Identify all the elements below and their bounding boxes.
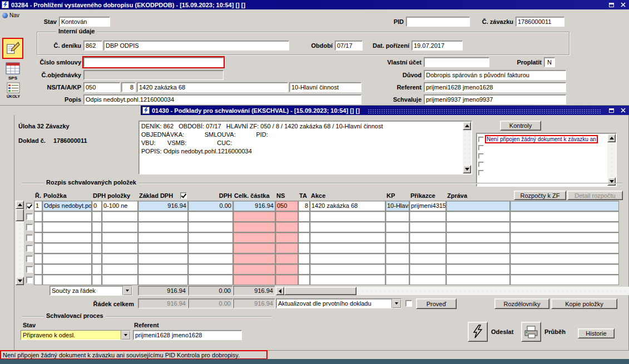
cell-zprava[interactable] [446,201,510,211]
cell-celkem[interactable]: 916.94 [233,201,275,211]
table-cell[interactable] [275,264,298,275]
scroll-down-icon[interactable] [463,165,471,173]
cell-radek[interactable]: 1 [34,201,42,211]
cell-akce[interactable]: 1420 zakázka 68 [310,201,385,211]
table-cell[interactable] [409,253,446,264]
schvaluje-field[interactable]: prijmeni9937 jmeno9937 [424,94,566,104]
table-cell[interactable] [138,275,188,285]
objednavka-field[interactable] [83,70,224,80]
kontroly-checkbox[interactable] [478,153,484,159]
cell-zaklad[interactable]: 916.94 [138,201,188,211]
historie-button[interactable]: Historie [578,328,615,338]
table-cell[interactable] [446,222,510,232]
odeslat-button[interactable] [468,322,488,342]
scroll-down-icon[interactable] [607,177,616,186]
chevron-down-icon[interactable] [392,299,401,308]
nav-button[interactable]: Nav [2,12,26,18]
sps-button[interactable]: SPS [3,62,22,84]
restore-icon[interactable] [607,107,616,114]
duvod-field[interactable]: Dobropis spárován s původní fakturou [424,70,566,80]
table-cell[interactable] [510,232,619,243]
table-cell[interactable] [298,243,310,253]
scrollbar-thumb[interactable] [16,209,24,221]
scrollbar-track[interactable] [607,142,616,177]
table-cell[interactable] [275,243,298,253]
row-select-cell[interactable] [24,275,34,285]
sign-document-button[interactable] [2,38,23,59]
update-option-checkbox[interactable] [405,300,412,307]
table-cell[interactable] [102,275,138,285]
table-cell[interactable] [275,253,298,264]
kontroly-checkbox[interactable] [478,170,484,176]
table-cell[interactable] [275,232,298,243]
table-cell[interactable] [510,243,619,253]
table-cell[interactable] [34,243,42,253]
cell-ta[interactable]: 8 [298,201,310,211]
table-cell[interactable] [446,211,510,222]
kontroly-item[interactable]: Není připojen žádný dokument k závazku a… [478,135,606,143]
stav-field[interactable]: Kontován [59,17,110,27]
table-cell[interactable] [138,222,188,232]
table-cell[interactable] [446,275,510,285]
kontroly-checkbox[interactable] [478,145,484,151]
scroll-up-icon[interactable] [16,201,24,209]
close-icon[interactable] [619,1,627,8]
table-cell[interactable] [102,243,138,253]
table-cell[interactable] [310,253,385,264]
table-cell[interactable] [409,264,446,275]
rozdelovniky-button[interactable]: Rozdělovníky [494,298,549,309]
table-cell[interactable] [188,222,233,232]
scroll-up-icon[interactable] [463,122,471,130]
row-select-checkbox[interactable] [26,245,33,252]
chevron-down-icon[interactable] [122,286,132,295]
zaklad-dph-checkbox[interactable] [180,192,187,199]
proved-button[interactable]: Proveď [416,298,457,309]
table-cell[interactable] [42,253,92,264]
kontroly-checkbox[interactable] [478,162,484,167]
cell-kp[interactable]: 10-Hlavn [385,201,409,211]
table-cell[interactable] [446,243,510,253]
table-cell[interactable] [188,232,233,243]
table-cell[interactable] [138,253,188,264]
table-cell[interactable] [42,275,92,285]
detail-rozpoctu-button[interactable]: Detail rozpočtu [567,191,623,200]
cell-polozka[interactable]: Odpis nedobyt.pohl [42,201,92,211]
table-cell[interactable] [446,232,510,243]
table-cell[interactable] [310,243,385,253]
table-cell[interactable] [138,211,188,222]
table-cell[interactable] [92,222,102,232]
table-cell[interactable] [510,264,619,275]
kp-field[interactable]: 10-Hlavní činnost [289,82,361,92]
table-cell[interactable] [446,253,510,264]
scrollbar-thumb[interactable] [284,287,356,295]
zavazek-field[interactable]: 1786000011 [516,17,564,27]
denik-name-field[interactable]: DBP ODPIS [103,41,289,51]
cell-extra[interactable] [510,201,619,211]
table-cell[interactable] [233,243,275,253]
ns-field[interactable]: 050 [83,82,120,92]
table-cell[interactable] [102,253,138,264]
table-cell[interactable] [275,222,298,232]
table-cell[interactable] [34,222,42,232]
table-cell[interactable] [92,275,102,285]
ukoly-button[interactable]: ÚKOLY [3,82,23,104]
table-cell[interactable] [510,275,619,285]
table-cell[interactable] [298,211,310,222]
table-cell[interactable] [233,232,275,243]
row-select-cell[interactable] [24,243,34,253]
row-select-checkbox[interactable] [26,213,33,220]
record-scrollbar[interactable] [16,201,24,285]
table-cell[interactable] [92,211,102,222]
kontroly-scrollbar[interactable] [607,134,616,186]
table-cell[interactable] [385,222,409,232]
row-select-checkbox[interactable] [26,224,33,231]
ta-field[interactable]: 8 [121,82,136,92]
table-cell[interactable] [233,211,275,222]
table-cell[interactable] [42,264,92,275]
row-select-cell[interactable] [24,201,34,211]
row-select-cell[interactable] [24,232,34,243]
table-cell[interactable] [510,253,619,264]
document-info-textarea[interactable]: DENÍK: 862 OBDOBÍ: 07/17 HLAVNÍ ZF: 050 … [138,121,472,174]
table-cell[interactable] [385,253,409,264]
kontroly-item[interactable] [478,152,606,160]
